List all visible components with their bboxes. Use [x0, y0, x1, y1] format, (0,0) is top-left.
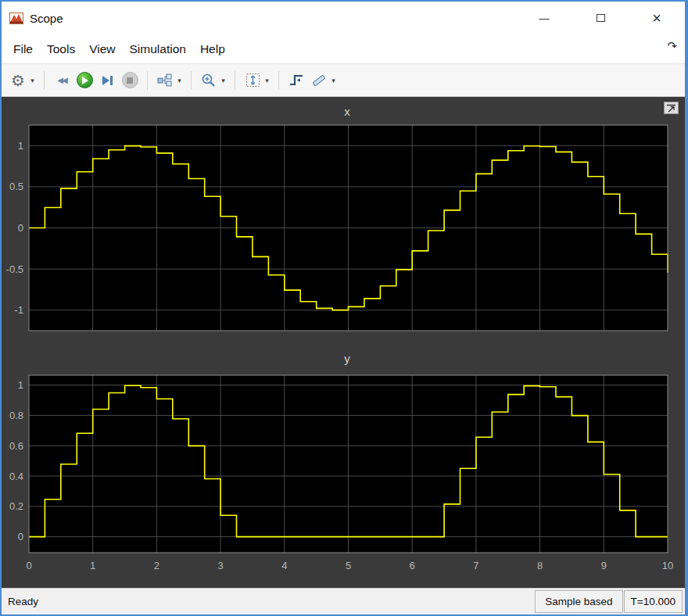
run-button[interactable] — [74, 70, 95, 91]
menu-simulation[interactable]: Simulation — [123, 38, 193, 61]
svg-text:5: 5 — [346, 560, 351, 571]
svg-text:3: 3 — [217, 560, 223, 571]
svg-text:1: 1 — [18, 379, 23, 391]
step-forward-button[interactable] — [97, 70, 117, 91]
chart-title-y: y — [2, 352, 674, 369]
toolbar-separator — [147, 71, 148, 90]
signal-selector-button[interactable]: ▾ — [155, 70, 184, 91]
scope-app-icon — [9, 13, 23, 24]
maximize-icon — [597, 14, 605, 22]
svg-text:2: 2 — [154, 560, 159, 571]
svg-text:0: 0 — [18, 222, 23, 234]
zoom-in-icon — [201, 73, 217, 88]
dock-arrow-icon — [666, 104, 676, 113]
measurements-dropdown-arrow-icon[interactable]: ▾ — [329, 77, 338, 84]
step-forward-icon — [102, 76, 113, 85]
fit-dropdown-arrow-icon[interactable]: ▾ — [263, 77, 271, 84]
minimize-icon: — — [539, 13, 550, 23]
menu-help[interactable]: Help — [193, 38, 232, 61]
settings-button[interactable]: ⚙ ▾ — [8, 70, 37, 91]
close-icon: × — [652, 10, 661, 26]
svg-text:1: 1 — [18, 140, 23, 152]
svg-text:0.2: 0.2 — [9, 500, 23, 512]
svg-text:0.6: 0.6 — [9, 440, 23, 452]
step-back-icon: ◀◀ — [57, 77, 66, 84]
svg-text:1: 1 — [90, 560, 95, 571]
svg-text:8: 8 — [537, 560, 543, 571]
toolbar: ⚙ ▾ ◀◀ ▾ — [2, 64, 685, 97]
svg-text:0: 0 — [26, 560, 31, 571]
menu-tools[interactable]: Tools — [40, 38, 82, 61]
fit-to-view-button[interactable]: ▾ — [242, 70, 271, 91]
fit-to-view-icon — [245, 73, 260, 88]
toolbar-separator — [278, 71, 279, 90]
window-title: Scope — [30, 12, 63, 25]
stepping-options-button[interactable]: ◀◀ — [52, 70, 72, 91]
svg-text:0.5: 0.5 — [9, 181, 23, 192]
svg-text:6: 6 — [410, 560, 415, 571]
svg-text:7: 7 — [473, 560, 478, 571]
trigger-button[interactable] — [286, 70, 306, 91]
close-button[interactable]: × — [629, 2, 685, 34]
minimize-button[interactable]: — — [516, 2, 572, 34]
dock-button[interactable] — [664, 102, 679, 114]
status-sample-mode: Sample based — [535, 590, 622, 613]
svg-text:0: 0 — [18, 531, 23, 543]
svg-text:4: 4 — [281, 560, 287, 571]
signal-selector-icon — [157, 73, 173, 87]
svg-text:0.4: 0.4 — [9, 471, 23, 482]
stop-icon — [122, 72, 138, 88]
menu-view[interactable]: View — [82, 38, 122, 61]
menu-bar: File Tools View Simulation Help ↷ — [2, 34, 685, 64]
settings-dropdown-arrow-icon[interactable]: ▾ — [28, 77, 37, 84]
svg-text:-0.5: -0.5 — [6, 263, 23, 275]
menu-overflow-icon[interactable]: ↷ — [667, 39, 677, 53]
status-sim-time: T=10.000 — [624, 590, 683, 613]
zoom-button[interactable]: ▾ — [199, 70, 228, 91]
stop-button[interactable] — [120, 70, 140, 91]
chart-x[interactable]: 10.50-0.5-1 — [2, 122, 674, 333]
toolbar-separator — [191, 71, 192, 90]
status-ready: Ready — [2, 589, 535, 614]
toolbar-separator — [235, 71, 235, 90]
menu-file[interactable]: File — [6, 38, 40, 61]
play-icon — [77, 72, 93, 88]
maximize-button[interactable] — [572, 2, 629, 34]
chart-y[interactable]: 10.80.60.40.20012345678910 — [2, 369, 674, 574]
plot-canvas: x 10.50-0.5-1 y 10.80.60.40.200123456789… — [2, 97, 685, 588]
measurements-button[interactable]: ▾ — [309, 70, 338, 91]
svg-text:10: 10 — [662, 560, 673, 571]
zoom-dropdown-arrow-icon[interactable]: ▾ — [219, 77, 228, 84]
scope-window: Scope — × File Tools View Simulation Hel… — [0, 0, 688, 616]
toolbar-separator — [44, 71, 45, 90]
status-bar: Ready Sample based T=10.000 — [2, 588, 685, 614]
chart-title-x: x — [2, 105, 674, 122]
title-bar: Scope — × — [2, 2, 685, 34]
gear-icon: ⚙ — [11, 73, 25, 88]
trigger-icon — [288, 73, 304, 87]
svg-text:0.8: 0.8 — [9, 410, 23, 421]
svg-text:-1: -1 — [14, 304, 23, 316]
svg-text:9: 9 — [601, 560, 607, 571]
signal-selector-dropdown-arrow-icon[interactable]: ▾ — [175, 77, 184, 84]
brush-icon — [311, 73, 327, 88]
